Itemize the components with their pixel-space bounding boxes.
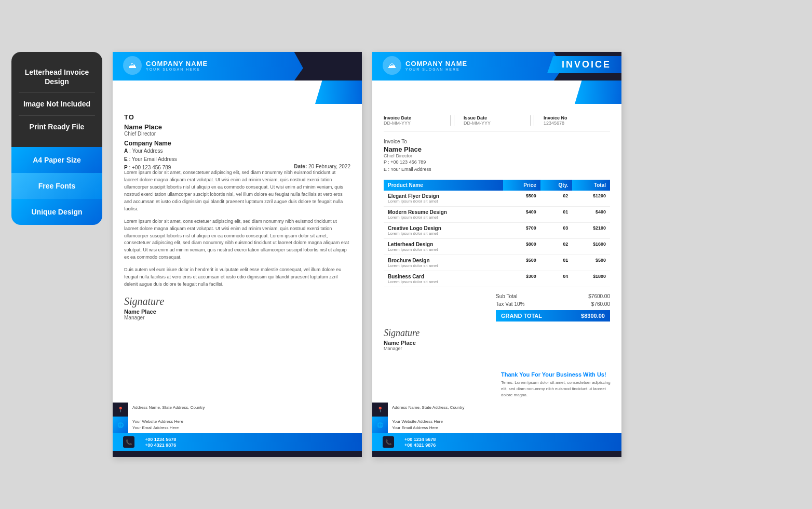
signer-name: Name Place — [124, 309, 350, 315]
subtotal-row: Sub Total $7600.00 — [496, 292, 610, 300]
inv-footer-black-bar — [372, 451, 621, 457]
terms-text: Terms: Lorem ipsum dolor sit amet, conse… — [501, 380, 615, 398]
inv-footer-phones: +00 1234 5678 +00 4321 9876 — [404, 437, 436, 448]
footer-black-bar — [113, 451, 362, 457]
company-name: COMPANY NAME — [146, 60, 208, 68]
totals-section: Sub Total $7600.00 Tax Vat 10% $760.00 G… — [384, 292, 610, 322]
inv-signature: Signature Name Place Manager — [384, 328, 419, 351]
inv-header-blue-small — [575, 81, 621, 104]
inv-footer-location-icon: 📍 — [372, 403, 388, 417]
to-label: TO — [124, 113, 350, 121]
inv-footer-phone-icon: 📞 — [383, 436, 394, 448]
footer-web-icon: 🌐 — [113, 417, 128, 433]
body-text-1: Lorem ipsum dolor sit amet, consectetuer… — [124, 169, 350, 213]
meta-invoice-date: Invoice Date DD-MM-YYY — [384, 115, 451, 126]
table-row: Letterhead Design Lorem ipsum dolor sit … — [384, 238, 610, 254]
totals-table: Sub Total $7600.00 Tax Vat 10% $760.00 G… — [496, 292, 610, 322]
inv-bottom-section: Signature Name Place Manager — [384, 328, 610, 351]
invoice-body: Invoice Date DD-MM-YYY Issue Date DD-MM-… — [372, 104, 621, 360]
invoice-table: Product Name Price Qty. Total Elegant Fl… — [384, 180, 610, 287]
sidebar-item-image: Image Not Included — [19, 93, 95, 115]
company-label: Company Name — [124, 140, 350, 147]
table-row: Business Card Lorem ipsum dolor sit amet… — [384, 271, 610, 287]
invoice-title-bar: INVOICE — [547, 56, 621, 73]
sidebar-item-letterhead: Letterhead Invoice Design — [19, 61, 95, 93]
sidebar-item-print: Print Ready File — [19, 116, 95, 138]
inv-contact-p: P : +00 123 456 789 — [384, 158, 610, 166]
invoice-title: INVOICE — [562, 59, 611, 70]
col-product: Product Name — [384, 180, 503, 191]
inv-footer-address-row: 📍 Address Name, State Address, Country — [372, 403, 621, 417]
footer-phones: +00 1234 5678 +00 4321 9876 — [145, 437, 176, 448]
inv-sig-title: Manager — [384, 346, 419, 351]
inv-footer-content: Thank You For Your Business With Us! Ter… — [372, 367, 621, 403]
sidebar-item-fonts: Free Fonts — [11, 173, 102, 199]
tax-row: Tax Vat 10% $760.00 — [496, 300, 610, 308]
inv-company-name: COMPANY NAME — [405, 60, 467, 68]
company-logo: ⛰ COMPANY NAME YOUR SLOGAN HERE — [123, 56, 208, 75]
table-row: Elegant Flyer Design Lorem ipsum dolor s… — [384, 191, 610, 207]
body-text-3: Duis autem vel eum iriure dolor in hendr… — [124, 266, 350, 288]
sidebar-bottom: A4 Paper Size Free Fonts Unique Design — [11, 147, 102, 225]
footer-web-text: Your Website Address Here Your Email Add… — [128, 417, 362, 433]
inv-footer-web-icon: 🌐 — [372, 417, 388, 433]
signer-title: Manager — [124, 315, 350, 320]
recipient-name: Name Place — [124, 123, 350, 131]
sidebar-item-paper: A4 Paper Size — [11, 147, 102, 173]
invoice-meta: Invoice Date DD-MM-YYY Issue Date DD-MM-… — [384, 115, 610, 131]
invoice-document: INVOICE ⛰ COMPANY NAME YOUR SLOGAN HERE … — [372, 52, 621, 457]
company-slogan: YOUR SLOGAN HERE — [146, 68, 208, 71]
inv-company-text: COMPANY NAME YOUR SLOGAN HERE — [405, 60, 467, 71]
inv-contact-e: E : Your Email Address — [384, 166, 610, 173]
recipient-title: Chief Director — [124, 131, 350, 137]
footer-address-text: Address Name, State Address, Country — [128, 403, 362, 417]
footer-location-icon: 📍 — [113, 403, 128, 417]
table-row: Modern Resume Design Lorem ipsum dolor s… — [384, 206, 610, 222]
sidebar: Letterhead Invoice Design Image Not Incl… — [11, 52, 102, 225]
table-row: Brochure Design Lorem ipsum dolor sit am… — [384, 254, 610, 271]
inv-company-logo: ⛰ COMPANY NAME YOUR SLOGAN HERE — [383, 56, 467, 75]
invoice-to-label: Invoice To — [384, 139, 610, 144]
company-text: COMPANY NAME YOUR SLOGAN HERE — [146, 60, 208, 71]
signature-script: Signature — [124, 296, 350, 307]
grand-total-bar: GRAND TOTAL $8300.00 — [496, 310, 610, 322]
address-a: A : Your Address — [124, 147, 350, 155]
meta-sep1 — [454, 115, 454, 126]
letter-header: ⛰ COMPANY NAME YOUR SLOGAN HERE — [113, 52, 362, 104]
meta-issue-date: Issue Date DD-MM-YYY — [457, 115, 531, 126]
invoice-to-section: Invoice To Name Place Chief Director P :… — [384, 139, 610, 173]
address-e: E : Your Email Address — [124, 155, 350, 164]
letter-body: TO Name Place Chief Director Company Nam… — [113, 104, 362, 330]
invoice-footer: Thank You For Your Business With Us! Ter… — [372, 367, 621, 457]
inv-logo-icon: ⛰ — [383, 56, 401, 75]
thank-you: Thank You For Your Business With Us! — [501, 371, 615, 378]
inv-recipient-title: Chief Director — [384, 153, 610, 158]
main-container: Letterhead Invoice Design Image Not Incl… — [11, 52, 801, 457]
inv-footer-web-row: 🌐 Your Website Address Here Your Email A… — [372, 417, 621, 433]
letter-footer: 📍 Address Name, State Address, Country 🌐… — [113, 403, 362, 457]
inv-company-slogan: YOUR SLOGAN HERE — [405, 68, 467, 71]
letter-document: ⛰ COMPANY NAME YOUR SLOGAN HERE TO Name … — [113, 52, 362, 457]
footer-address-row: 📍 Address Name, State Address, Country — [113, 403, 362, 417]
table-header-row: Product Name Price Qty. Total — [384, 180, 610, 191]
logo-icon: ⛰ — [123, 56, 142, 75]
meta-invoice-no: Invoice No 12345678 — [537, 115, 610, 126]
inv-footer-phone-bar: 📞 +00 1234 5678 +00 4321 9876 — [372, 433, 621, 451]
table-row: Creative Logo Design Lorem ipsum dolor s… — [384, 222, 610, 238]
inv-footer-web-text: Your Website Address Here Your Email Add… — [388, 417, 621, 433]
inv-footer-right: Thank You For Your Business With Us! Ter… — [501, 371, 615, 398]
sidebar-item-unique: Unique Design — [11, 199, 102, 225]
body-text-2: Lorem ipsum dolor sit amet, cons ectetue… — [124, 218, 350, 262]
inv-sig-script: Signature — [384, 328, 419, 339]
signature-section: Signature Name Place Manager — [124, 296, 350, 320]
meta-sep2 — [534, 115, 534, 126]
col-price: Price — [503, 180, 540, 191]
inv-recipient-name: Name Place — [384, 145, 610, 153]
inv-footer-address-text: Address Name, State Address, Country — [388, 403, 621, 417]
sidebar-top: Letterhead Invoice Design Image Not Incl… — [11, 52, 102, 147]
col-qty: Qty. — [540, 180, 572, 191]
footer-phone-icon: 📞 — [123, 436, 134, 448]
footer-web-row: 🌐 Your Website Address Here Your Email A… — [113, 417, 362, 433]
header-blue-small — [315, 81, 362, 104]
inv-sig-name: Name Place — [384, 340, 419, 346]
